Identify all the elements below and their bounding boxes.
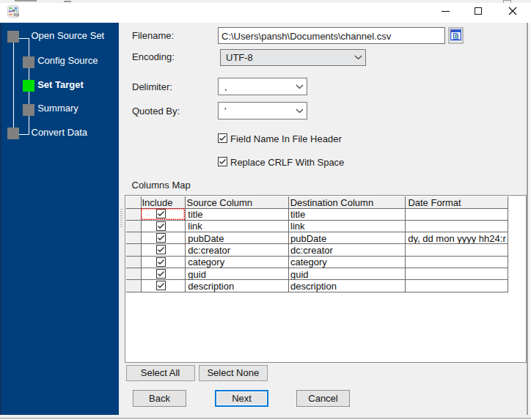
svg-text:SQL: SQL [13, 13, 19, 17]
